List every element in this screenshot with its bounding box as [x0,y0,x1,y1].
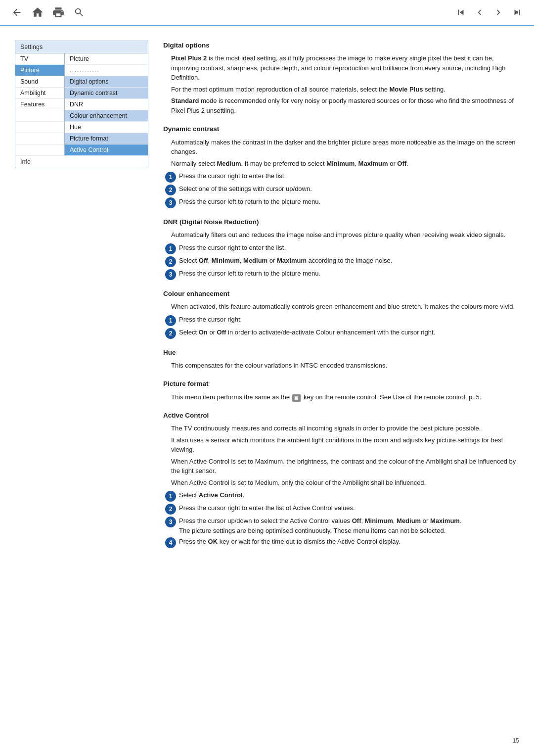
back-arrow-icon[interactable] [10,5,24,19]
dnr-step-num-2: 2 [165,256,176,267]
picture-format-title: Picture format [163,379,519,389]
digital-options-p3: Standard mode is recommended only for ve… [171,96,519,115]
picture-submenu-dots: ............ [65,65,148,76]
empty-left-cell-4 [15,144,65,156]
print-icon[interactable] [51,5,65,19]
empty-left-cell-2 [15,122,65,133]
colour-enhancement-p1: When activated, this feature automatical… [171,302,519,312]
sidebar: Settings TV Picture Picture ............ [15,41,148,550]
picture-format-item[interactable]: Picture format [65,133,148,144]
active-control-p4: When Active Control is set to Medium, on… [171,478,519,488]
active-control-title: Active Control [163,411,519,421]
hue-body: This compensates for the colour variatio… [171,361,519,371]
home-icon[interactable] [31,5,44,19]
hue-p1: This compensates for the colour variatio… [171,361,519,371]
dnr-p1: Automatically filters out and reduces th… [171,230,519,240]
main-content: Settings TV Picture Picture ............ [0,26,534,565]
dynamic-contrast-title: Dynamic contrast [163,124,519,134]
skip-forward-icon[interactable] [510,5,524,19]
dnr-body: Automatically filters out and reduces th… [171,230,519,240]
digital-options-p1: Pixel Plus 2 is the most ideal setting, … [171,53,519,83]
digital-options-p2: For the most optimum motion reproduction… [171,85,519,94]
settings-header: Settings [15,41,148,53]
picture-format-body: This menu item performs the same as the … [171,392,519,402]
dynamic-contrast-step-2: 2 Select one of the settings with cursor… [165,184,519,195]
colour-step-1: 1 Press the cursor right. [165,315,519,326]
dynamic-contrast-p2: Normally select Medium. It may be prefer… [171,159,519,169]
active-step-text-4: Press the OK key or wait for the time ou… [179,537,519,547]
colour-step-num-1: 1 [165,315,176,326]
active-step-2: 2 Press the cursor right to enter the li… [165,503,519,515]
search-icon[interactable] [72,5,86,19]
active-step-text-3: Press the cursor up/down to select the A… [179,516,519,535]
colour-enhancement-item[interactable]: Colour enhancement [65,110,148,122]
ambilight-menu-item[interactable]: Ambilight [15,88,65,99]
step-text-3: Press the cursor left to return to the p… [179,197,519,207]
dnr-suffix: (Digital Noise Reduction) [178,218,259,226]
settings-box: Settings TV Picture Picture ............ [15,41,148,168]
dnr-step-2: 2 Select Off, Minimum, Medium or Maximum… [165,256,519,267]
dynamic-contrast-step-1: 1 Press the cursor right to enter the li… [165,171,519,183]
step-num-2: 2 [165,185,176,195]
page-number: 15 [513,737,519,744]
active-control-body: The TV continuously measures and correct… [171,424,519,487]
dnr-step-num-1: 1 [165,243,176,254]
hue-item[interactable]: Hue [65,122,148,133]
colour-step-num-2: 2 [165,328,176,339]
dynamic-contrast-step-3: 3 Press the cursor left to return to the… [165,197,519,208]
picture-header-cell[interactable]: Picture [65,53,148,65]
picture-format-p1: This menu item performs the same as the … [171,392,519,402]
dynamic-contrast-body: Automatically makes the contrast in the … [171,138,519,169]
settings-row-features: Features DNR [15,99,148,110]
colour-step-text-1: Press the cursor right. [179,315,519,325]
skip-back-icon[interactable] [454,5,468,19]
digital-options-item[interactable]: Digital options [65,76,148,88]
next-icon[interactable] [491,5,505,19]
settings-row-hue: Hue [15,122,148,133]
active-step-num-4: 4 [165,537,176,548]
settings-row-active-control: Active Control [15,144,148,156]
settings-row-ambilight: Ambilight Dynamic contrast [15,88,148,99]
dnr-step-num-3: 3 [165,269,176,280]
active-step-1: 1 Select Active Control. [165,490,519,502]
active-step-4: 4 Press the OK key or wait for the time … [165,537,519,548]
active-step-text-2: Press the cursor right to enter the list… [179,503,519,513]
tv-picture-row: TV Picture [15,53,148,65]
active-step-text-1: Select Active Control. [179,490,519,500]
active-step-num-1: 1 [165,491,176,502]
step-num-1: 1 [165,172,176,183]
dnr-step-text-3: Press the cursor left to return to the p… [179,269,519,279]
settings-row-colour: Colour enhancement [15,110,148,122]
dnr-step-1: 1 Press the cursor right to enter the li… [165,243,519,254]
colour-enhancement-title: Colour enhancement [163,289,519,299]
sound-menu-item[interactable]: Sound [15,76,65,88]
colour-step-text-2: Select On or Off in order to activate/de… [179,328,519,337]
step-text-2: Select one of the settings with cursor u… [179,184,519,194]
features-menu-item[interactable]: Features [15,99,65,110]
colour-enhancement-body: When activated, this feature automatical… [171,302,519,312]
settings-row-picture: Picture ............ [15,65,148,76]
active-control-item[interactable]: Active Control [65,144,148,156]
active-step-num-2: 2 [165,504,176,515]
digital-options-title: Digital options [163,41,519,50]
picture-menu-item[interactable]: Picture [15,65,65,76]
empty-left-cell-1 [15,110,65,122]
dnr-step-3: 3 Press the cursor left to return to the… [165,269,519,280]
tv-cell[interactable]: TV [15,53,65,65]
step-text-1: Press the cursor right to enter the list… [179,171,519,181]
digital-options-body: Pixel Plus 2 is the most ideal setting, … [171,53,519,115]
dnr-step-text-2: Select Off, Minimum, Medium or Maximum a… [179,256,519,266]
dnr-step-text-1: Press the cursor right to enter the list… [179,243,519,253]
info-row[interactable]: Info [15,156,148,168]
prev-icon[interactable] [473,5,487,19]
active-control-p2: It also uses a sensor which monitors the… [171,435,519,455]
active-step-num-3: 3 [165,517,176,527]
top-nav [0,0,534,26]
dnr-item[interactable]: DNR [65,99,148,110]
right-content: Digital options Pixel Plus 2 is the most… [163,41,519,550]
step-num-3: 3 [165,197,176,208]
dynamic-contrast-p1: Automatically makes the contrast in the … [171,138,519,157]
hue-title: Hue [163,348,519,358]
dynamic-contrast-item[interactable]: Dynamic contrast [65,88,148,99]
active-control-p3: When Active Control is set to Maximum, t… [171,457,519,476]
